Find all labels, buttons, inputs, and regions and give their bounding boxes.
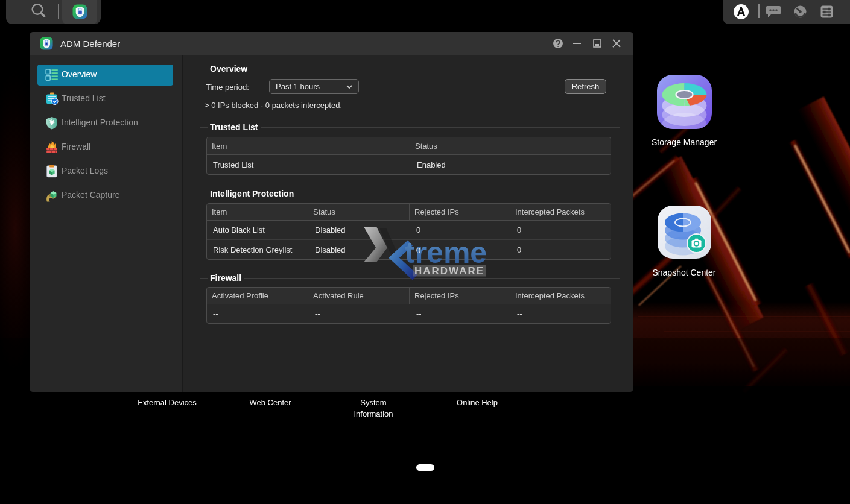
svg-text:HARDWARE: HARDWARE — [414, 265, 484, 277]
